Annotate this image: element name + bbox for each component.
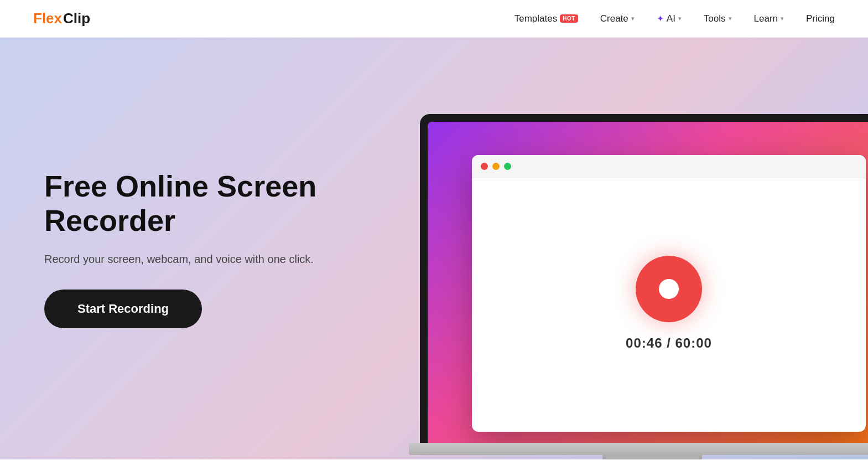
logo-flex: Flex [33,10,62,27]
nav-templates-label: Templates [514,13,557,24]
nav-tools[interactable]: Tools ▾ [704,13,732,24]
hero-section: Free Online Screen Recorder Record your … [0,38,868,459]
nav-create-label: Create [600,13,628,24]
hot-badge: HOT [560,14,578,23]
browser-titlebar [472,155,866,178]
browser-close-dot [481,163,488,170]
nav-create[interactable]: Create ▾ [600,13,635,24]
browser-content: 00:46 / 60:00 [472,178,866,428]
laptop-screen-bg: 00:46 / 60:00 [428,122,868,443]
chevron-down-icon-learn: ▾ [781,15,784,22]
nav-templates[interactable]: Templates HOT [514,13,578,24]
record-button-visual [636,256,702,322]
nav-pricing-label: Pricing [806,13,835,24]
nav-tools-label: Tools [704,13,726,24]
nav-ai-label: AI [667,13,675,24]
start-recording-button[interactable]: Start Recording [44,290,202,328]
chevron-down-icon: ▾ [631,15,635,22]
recording-timer: 00:46 / 60:00 [626,335,712,351]
browser-minimize-dot [492,163,500,170]
laptop-illustration: 00:46 / 60:00 [403,114,868,459]
ai-sparkle-icon: ✦ [657,13,664,24]
nav-pricing[interactable]: Pricing [806,13,835,24]
nav-learn[interactable]: Learn ▾ [754,13,784,24]
laptop-screen-outer: 00:46 / 60:00 [420,114,868,443]
nav-ai[interactable]: ✦ AI ▾ [657,13,682,24]
hero-content: Free Online Screen Recorder Record your … [44,169,354,328]
record-button-inner-dot [659,279,679,299]
logo-clip: Clip [63,10,90,27]
logo[interactable]: FlexClip [33,10,90,27]
browser-window: 00:46 / 60:00 [472,155,866,432]
chevron-down-icon-ai: ▾ [678,15,682,22]
nav-center: Templates HOT Create ▾ ✦ AI ▾ Tools ▾ Le… [514,13,835,24]
browser-maximize-dot [504,163,511,170]
laptop-bottom-bar [409,443,868,455]
hero-title: Free Online Screen Recorder [44,169,354,237]
chevron-down-icon-tools: ▾ [729,15,732,22]
hero-subtitle: Record your screen, webcam, and voice wi… [44,251,354,267]
laptop-body: 00:46 / 60:00 [403,114,868,459]
nav-learn-label: Learn [754,13,778,24]
laptop-stand [602,455,702,459]
navbar: FlexClip Templates HOT Create ▾ ✦ AI ▾ T… [0,0,868,38]
